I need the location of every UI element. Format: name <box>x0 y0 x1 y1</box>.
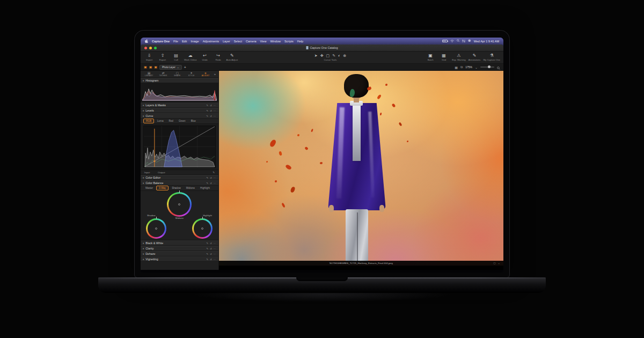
export-button[interactable]: ⇧Export <box>157 54 168 61</box>
image-filename: NOTHIGHESRES_TLT25_Hockney_Extracts_Fina… <box>330 262 393 264</box>
more-tabs-icon[interactable]: » <box>213 72 217 76</box>
pointer-tool-icon[interactable]: ➤ <box>314 54 318 58</box>
zoom-slider-knob[interactable] <box>488 65 491 68</box>
grid-button[interactable]: ▦Grid <box>438 54 449 61</box>
cb-tab-3way[interactable]: 3-Way <box>156 186 169 190</box>
viewer-corner-icons[interactable]: ▢ ⌄ <box>493 262 501 264</box>
clarity-panel-header[interactable]: ▾ Clarity ✎ ↺ ⋯ <box>141 246 218 251</box>
menu-bar-clock[interactable]: Wed Apr 1 9:41 AM <box>474 40 499 43</box>
midtone-wheel-label: Midtone <box>175 217 184 219</box>
menu-item-app[interactable]: Capture One <box>152 40 170 43</box>
layer-dropdown[interactable]: Photo Layer ⌄ <box>159 65 182 70</box>
search-icon[interactable] <box>457 39 460 43</box>
curve-tab-red[interactable]: Red <box>166 119 175 123</box>
zoom-window-button[interactable] <box>154 47 157 49</box>
cb-tab-master[interactable]: Master <box>143 186 155 190</box>
black-white-panel-header[interactable]: ▾ Black & White ✎ ↺ ⋯ <box>141 240 218 246</box>
tab-style[interactable]: ✦STYLE <box>185 71 198 77</box>
cb-tab-midtone[interactable]: Midtone <box>184 186 197 190</box>
minimize-window-button[interactable] <box>149 47 152 49</box>
exposure-warning-button[interactable]: ⚠Exp. Warning <box>452 54 466 61</box>
menu-item-image[interactable]: Image <box>191 40 199 43</box>
curve-graph[interactable] <box>141 124 218 170</box>
layers-masks-panel-header[interactable]: ▾ Layers & Masks ✎ ↺ ⋯ <box>141 102 218 108</box>
zoom-slider[interactable] <box>480 67 494 68</box>
dehaze-panel-header[interactable]: ▾ Dehaze ✎ ↺ ⋯ <box>141 251 218 256</box>
undo-button[interactable]: ↩Undo <box>200 54 210 61</box>
my-capture-one-button[interactable]: ⚗My Capture One <box>483 54 500 61</box>
layer-icon[interactable]: ▣ <box>144 65 147 69</box>
viewer-grid-icon[interactable]: ▦ <box>455 65 458 69</box>
viewer-copy-icon[interactable]: ⧉ <box>460 65 463 69</box>
menu-item-select[interactable]: Select <box>234 40 242 43</box>
viewer-toolbar: ▣ ▣ ▣ Photo Layer ⌄ + ▦ ⧉ 175% ⌄ <box>141 64 503 71</box>
curve-tab-luma[interactable]: Luma <box>155 119 166 123</box>
curve-tab-green[interactable]: Green <box>177 119 188 123</box>
histogram-graph <box>141 83 218 102</box>
tab-library[interactable]: ▤LIBRARY <box>142 71 156 77</box>
menu-item-camera[interactable]: Camera <box>246 40 257 43</box>
control-center-icon[interactable] <box>462 40 465 43</box>
midtone-color-wheel[interactable] <box>167 192 192 217</box>
annotations-icon: ✎ <box>473 54 477 58</box>
menu-item-view[interactable]: View <box>260 40 267 43</box>
redo-button[interactable]: ↪Redo <box>213 54 224 61</box>
tab-adjust[interactable]: ≡ADJUST <box>199 71 212 77</box>
zoom-level-value[interactable]: 175% <box>465 65 472 69</box>
menu-item-layer[interactable]: Layer <box>223 40 230 43</box>
annotations-button[interactable]: ✎Annotations <box>469 54 481 61</box>
zoom-tool-icon[interactable]: ⊕ <box>343 54 346 58</box>
layer-icon[interactable]: ▣ <box>149 65 152 69</box>
color-balance-wheels: Shadow Midtone Highlight <box>141 191 218 240</box>
color-balance-panel-header[interactable]: ▾ Color Balance ✎ ↺ ⋯ <box>141 180 218 186</box>
pan-tool-icon[interactable]: ✥ <box>320 54 324 58</box>
photo-canvas[interactable]: NOTHIGHESRES_TLT25_Hockney_Extracts_Fina… <box>219 71 503 266</box>
grid-icon: ▦ <box>442 54 446 58</box>
shadow-wheel-label: Shadow <box>147 214 156 217</box>
auto-adjust-icon: ✎ <box>230 54 234 58</box>
panel-action-icons[interactable]: ✎ ↺ ⋯ <box>206 104 216 107</box>
close-window-button[interactable] <box>144 47 147 49</box>
curve-tab-rgb[interactable]: RGB <box>143 119 154 123</box>
crop-tool-icon[interactable]: ▢ <box>326 54 330 58</box>
macbook-base <box>98 277 546 293</box>
cull-button[interactable]: ▤Cull <box>171 54 181 61</box>
siri-icon[interactable] <box>468 39 471 43</box>
add-layer-button[interactable]: + <box>184 65 186 69</box>
work-online-button[interactable]: ☁Work Online <box>184 54 197 61</box>
curve-pen-icon[interactable]: ✎ <box>213 171 215 174</box>
cloud-icon: ☁ <box>188 54 193 58</box>
draw-tool-icon[interactable]: ✎ <box>332 54 335 58</box>
menu-item-adjustments[interactable]: Adjustments <box>203 40 219 43</box>
apple-menu-icon[interactable] <box>145 39 148 43</box>
histogram-panel-header[interactable]: ▾ Histogram <box>141 78 218 83</box>
mask-tool-icon[interactable]: ◐ <box>338 54 340 58</box>
battery-icon[interactable] <box>442 40 448 42</box>
menu-item-edit[interactable]: Edit <box>182 40 187 43</box>
import-button[interactable]: ⇩Import <box>144 54 155 61</box>
auto-adjust-button[interactable]: ✎Auto Adjust <box>226 54 238 61</box>
model-hair <box>344 74 369 98</box>
curve-tab-blue[interactable]: Blue <box>189 119 198 123</box>
window-title-bar: Capture One Catalog <box>141 45 503 52</box>
wifi-icon[interactable] <box>450 40 454 43</box>
color-editor-panel-header[interactable]: ▾ Color Editor ✎ ↺ ⋯ <box>141 175 218 180</box>
levels-panel-header[interactable]: ▾ Levels ✎ ↺ ⋯ <box>141 108 218 113</box>
cb-tab-shadow[interactable]: Shadow <box>170 186 183 190</box>
menu-item-window[interactable]: Window <box>270 40 281 43</box>
menu-item-scripts[interactable]: Scripts <box>284 40 294 43</box>
cursor-tools-label: Cursor Tools <box>324 58 336 61</box>
batch-button[interactable]: ▣Batch <box>425 54 436 61</box>
menu-item-file[interactable]: File <box>173 40 178 43</box>
cb-tab-highlight[interactable]: Highlight <box>198 186 212 190</box>
batch-icon: ▣ <box>428 54 433 58</box>
shadow-color-wheel[interactable] <box>146 218 166 239</box>
menu-item-help[interactable]: Help <box>297 40 303 43</box>
curve-panel-header[interactable]: ▾ Curve ✎ ↺ ⋯ <box>141 113 218 119</box>
highlight-color-wheel[interactable] <box>192 218 213 239</box>
zoom-chevron-icon[interactable]: ⌄ <box>475 65 478 69</box>
vignetting-panel-header[interactable]: ▾ Vignetting ✎ ↺ ⋯ <box>141 256 218 262</box>
layer-icon[interactable]: ▣ <box>154 65 157 69</box>
tab-tether[interactable]: ⇄TETHER <box>156 71 170 77</box>
tab-shape[interactable]: ▢SHAPE <box>171 71 184 77</box>
